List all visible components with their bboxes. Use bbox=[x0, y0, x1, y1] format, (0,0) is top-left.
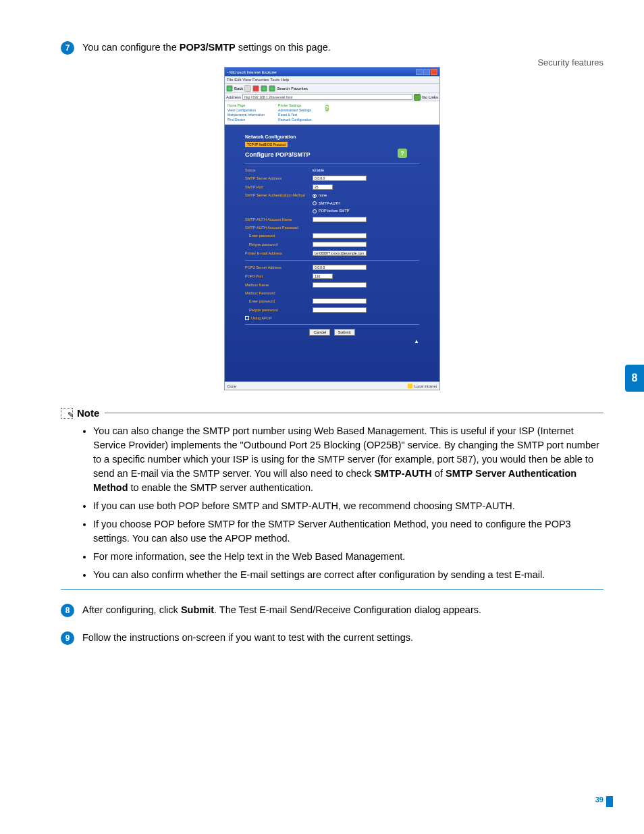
section-title: Configure POP3/SMTP bbox=[245, 151, 419, 158]
nav-admin[interactable]: Administrator Settings bbox=[278, 108, 311, 113]
chapter-tab: 8 bbox=[625, 365, 644, 392]
nav-links: Home Page View Configuration Maintenance… bbox=[225, 101, 439, 125]
forward-icon bbox=[244, 85, 251, 92]
back-icon bbox=[226, 85, 233, 92]
pop3-port-input[interactable]: 110 bbox=[313, 273, 333, 279]
smtp-address-input[interactable]: 0.0.0.0 bbox=[313, 176, 367, 181]
submit-button[interactable]: Submit bbox=[334, 329, 355, 336]
note-icon bbox=[61, 408, 73, 419]
step-number-8: 8 bbox=[61, 604, 74, 617]
nav-network[interactable]: Network Configuration bbox=[278, 118, 311, 122]
note-item: You can also change the SMTP port number… bbox=[93, 424, 603, 495]
step-7-text: You can configure the POP3/SMTP settings… bbox=[82, 41, 331, 54]
smtp-auth-pw-input[interactable] bbox=[313, 233, 367, 238]
note-item: If you can use both POP before SMTP and … bbox=[93, 499, 603, 513]
close-icon bbox=[431, 69, 437, 75]
nav-maint[interactable]: Maintenance Information bbox=[227, 113, 265, 118]
page-number: 39 bbox=[595, 796, 603, 804]
status-bar: Done Local intranet bbox=[225, 382, 439, 390]
maximize-icon bbox=[423, 69, 430, 75]
mailbox-pw2-input[interactable] bbox=[313, 307, 367, 313]
smtp-port-input[interactable]: 25 bbox=[313, 184, 333, 190]
stop-icon bbox=[252, 85, 259, 92]
note-item: If you choose POP before SMTP for the SM… bbox=[93, 517, 603, 546]
printer-email-input[interactable]: bm000877xxxxxx@example.com bbox=[313, 251, 367, 256]
url-input[interactable]: http://192.168.1.2/bio/email.html bbox=[242, 94, 412, 100]
nav-view[interactable]: View Configuration bbox=[227, 108, 265, 113]
mailbox-pw-input[interactable] bbox=[313, 298, 367, 304]
help-icon[interactable]: ? bbox=[325, 105, 329, 111]
step-8-text: After configuring, click Submit. The Tes… bbox=[82, 603, 481, 617]
help-icon[interactable]: ? bbox=[398, 149, 407, 158]
nav-find[interactable]: Find Device bbox=[227, 118, 265, 122]
auth-smtp-radio[interactable]: SMTP-AUTH bbox=[313, 201, 340, 206]
nav-printer[interactable]: Printer Settings bbox=[278, 103, 311, 108]
status-value: Enable bbox=[313, 168, 324, 172]
go-button[interactable] bbox=[414, 94, 421, 101]
smtp-auth-pw2-input[interactable] bbox=[313, 242, 367, 247]
scroll-top-icon[interactable]: ▲ bbox=[245, 338, 419, 344]
nav-reset[interactable]: Reset & Test bbox=[278, 113, 311, 118]
refresh-icon bbox=[261, 85, 267, 92]
browser-screenshot: - Microsoft Internet Explorer File Edit … bbox=[224, 67, 440, 390]
toolbar: Back Search Favorites bbox=[225, 84, 439, 93]
step-9-text: Follow the instructions on-screen if you… bbox=[82, 631, 413, 644]
auth-pop-radio[interactable]: POP before SMTP bbox=[313, 209, 349, 213]
note-item: You can also confirm whether the E-mail … bbox=[93, 568, 603, 582]
note-body: You can also change the SMTP port number… bbox=[61, 419, 603, 582]
menu-bar: File Edit View Favorites Tools Help bbox=[225, 76, 439, 84]
nav-home[interactable]: Home Page bbox=[227, 103, 265, 108]
note-rule bbox=[105, 413, 603, 413]
breadcrumb: TCP/IP NetBIOS Protocol bbox=[245, 142, 288, 147]
auth-none-radio[interactable]: none bbox=[313, 193, 327, 198]
mailbox-name-input[interactable] bbox=[313, 282, 367, 288]
note-rule-end bbox=[61, 589, 603, 590]
minimize-icon bbox=[416, 69, 423, 75]
cancel-button[interactable]: Cancel bbox=[309, 329, 330, 336]
lock-icon bbox=[408, 384, 412, 388]
window-titlebar: - Microsoft Internet Explorer bbox=[225, 68, 439, 76]
home-icon bbox=[269, 85, 275, 92]
page-header: Security features bbox=[537, 57, 603, 68]
smtp-auth-account-input[interactable] bbox=[313, 217, 367, 222]
address-bar: Address http://192.168.1.2/bio/email.htm… bbox=[225, 93, 439, 101]
note-label: Note bbox=[77, 407, 99, 419]
pop3-address-input[interactable]: 0.0.0.0 bbox=[313, 265, 367, 270]
note-item: For more information, see the Help text … bbox=[93, 550, 603, 564]
page-number-bar bbox=[606, 796, 613, 807]
nc-title: Network Configuration bbox=[245, 134, 419, 139]
step-number-7: 7 bbox=[61, 41, 74, 55]
apop-checkbox[interactable]: Using APOP bbox=[245, 316, 313, 321]
step-number-9: 9 bbox=[61, 631, 74, 645]
